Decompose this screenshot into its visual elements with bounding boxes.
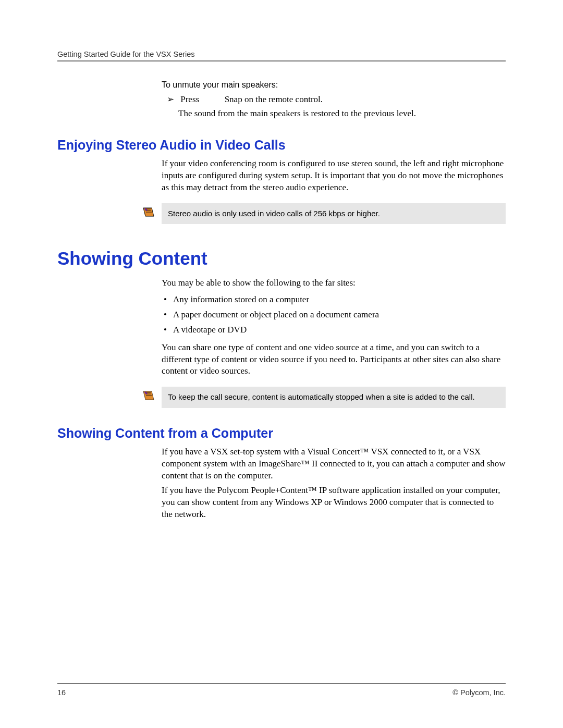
showing-body2: You can share one type of content and on… (162, 342, 506, 378)
running-header: Getting Started Guide for the VSX Series (57, 50, 506, 58)
page-footer: 16 © Polycom, Inc. (57, 683, 506, 697)
heading-showing-content: Showing Content (57, 248, 506, 269)
list-item: A paper document or object placed on a d… (173, 307, 506, 323)
unmute-step: ➢ Press Snap on the remote control. The … (167, 94, 506, 120)
showing-intro: You may be able to show the following to… (162, 277, 506, 289)
stereo-note: Stereo audio is only used in video calls… (162, 203, 506, 224)
document-page: Getting Started Guide for the VSX Series… (0, 0, 563, 728)
header-rule (57, 60, 506, 61)
copyright: © Polycom, Inc. (452, 688, 506, 697)
showing-note: To keep the call secure, content is auto… (162, 387, 506, 408)
step-label: Snap on the remote control. (225, 94, 323, 104)
heading-stereo: Enjoying Stereo Audio in Video Calls (57, 138, 506, 153)
heading-computer: Showing Content from a Computer (57, 426, 506, 441)
computer-p2: If you have the Polycom People+Content™ … (162, 485, 506, 521)
stereo-paragraph: If your video conferencing room is confi… (162, 158, 506, 194)
computer-p1: If you have a VSX set-top system with a … (162, 446, 506, 482)
note-icon (143, 207, 154, 217)
showing-note-row: To keep the call secure, content is auto… (136, 387, 506, 408)
stereo-note-row: Stereo audio is only used in video calls… (136, 203, 506, 224)
stereo-body: If your video conferencing room is confi… (162, 158, 506, 194)
unmute-lead: To unmute your main speakers: (162, 80, 506, 90)
list-item: A videotape or DVD (173, 323, 506, 338)
note-icon (143, 391, 154, 400)
unmute-section: To unmute your main speakers: ➢ Press Sn… (162, 80, 506, 120)
list-item: Any information stored on a computer (173, 292, 506, 307)
showing-body: You may be able to show the following to… (162, 277, 506, 377)
showing-bullet-list: Any information stored on a computer A p… (162, 292, 506, 338)
arrow-bullet-icon: ➢ (167, 94, 178, 105)
step-press: Press (180, 94, 199, 104)
page-number: 16 (57, 688, 66, 697)
computer-body: If you have a VSX set-top system with a … (162, 446, 506, 521)
step-result: The sound from the main speakers is rest… (178, 108, 506, 120)
